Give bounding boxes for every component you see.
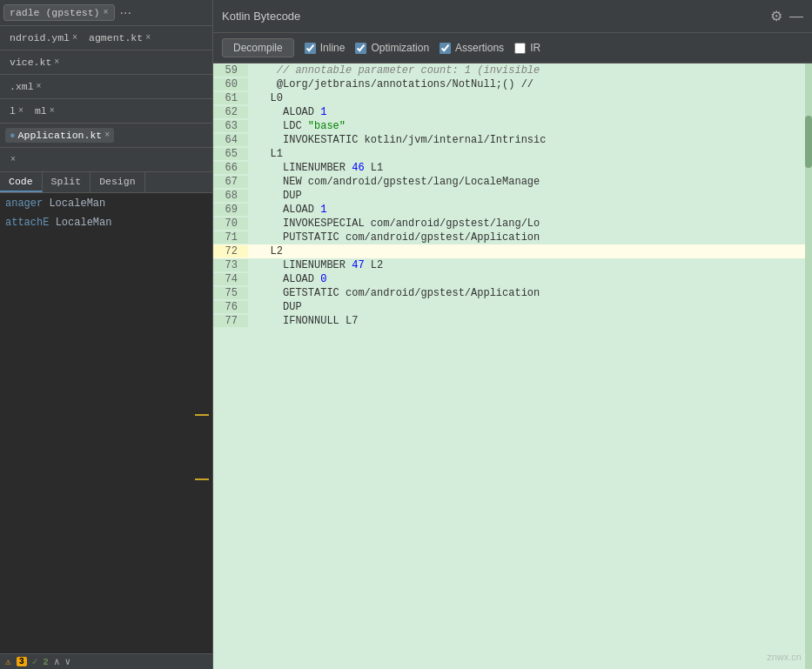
l-tab[interactable]: l ×	[5, 104, 28, 118]
table-row: 71 PUTSTATIC com/android/gpstest/Applica…	[213, 231, 812, 244]
line-number: 63	[213, 120, 248, 132]
table-row: 69 ALOAD 1	[213, 203, 812, 217]
left-editor-line-2: attachE LocaleMan	[0, 216, 212, 230]
header-actions: ⚙ —	[770, 10, 803, 23]
line-number: 73	[213, 259, 248, 271]
line-content: LDC "base"	[248, 119, 812, 133]
line-content: DUP	[248, 189, 812, 203]
file-tab-row-1: ndroid.yml × agment.kt ×	[0, 26, 212, 50]
line-content: L2	[248, 244, 812, 258]
code-tab[interactable]: Code	[0, 172, 43, 192]
indicator-2	[195, 478, 209, 480]
xml-tab[interactable]: .xml ×	[5, 79, 46, 94]
left-panel: radle (gpstest) × ··· ndroid.yml × agmen…	[0, 0, 213, 669]
more-tabs-button[interactable]: ···	[117, 5, 135, 21]
table-row: 63 LDC "base"	[213, 119, 812, 133]
assertions-checkbox[interactable]	[440, 43, 451, 54]
table-row: 72 L2	[213, 244, 812, 258]
table-row: 60 @Lorg/jetbrains/annotations/NotNull;(…	[213, 77, 812, 91]
line-number: 65	[213, 148, 248, 160]
line-content: LINENUMBER 47 L2	[248, 258, 812, 272]
settings-button[interactable]: ⚙	[770, 10, 782, 23]
table-row: 73 LINENUMBER 47 L2	[213, 258, 812, 272]
line-number: 67	[213, 176, 248, 188]
vertical-scrollbar[interactable]	[805, 64, 812, 669]
android-yml-label: ndroid.yml	[10, 32, 70, 43]
xml-close[interactable]: ×	[37, 83, 42, 91]
android-yml-close[interactable]: ×	[72, 34, 77, 43]
line-content: IFNONNULL L7	[248, 314, 812, 328]
watermark: znwx.cn	[767, 652, 802, 662]
warn-count: 3	[17, 657, 27, 666]
line-content: NEW com/android/gpstest/lang/LocaleManag…	[248, 175, 812, 189]
code-lines: 59 // annotable parameter count: 1 (invi…	[213, 64, 812, 328]
ml-close[interactable]: ×	[50, 107, 55, 116]
arrow-down[interactable]: ∨	[65, 656, 71, 667]
line-number: 68	[213, 190, 248, 202]
ir-checkbox[interactable]	[514, 43, 526, 54]
minimize-button[interactable]: —	[789, 10, 803, 23]
design-tab[interactable]: Design	[91, 172, 144, 192]
line-number: 60	[213, 78, 248, 90]
optimization-checkbox-group[interactable]: Optimization	[355, 42, 429, 54]
line-content: DUP	[248, 300, 812, 314]
line-number: 71	[213, 231, 248, 244]
scrollbar-thumb[interactable]	[805, 116, 812, 168]
left-editor-line-1: anager LocaleMan	[0, 197, 212, 211]
inline-checkbox-group[interactable]: Inline	[305, 42, 346, 54]
extra-close[interactable]: ×	[5, 154, 21, 166]
fragment-kt-close[interactable]: ×	[145, 34, 151, 43]
application-kt-tab[interactable]: ● Application.kt ×	[5, 128, 114, 143]
line-content: PUTSTATIC com/android/gpstest/Applicatio…	[248, 231, 812, 244]
fragment-kt-label: agment.kt	[89, 32, 143, 43]
editor-mode-tabs: Code Split Design	[0, 172, 212, 193]
table-row: 61 L0	[213, 91, 812, 105]
application-kt-close[interactable]: ×	[104, 131, 110, 140]
gradle-tab-close[interactable]: ×	[104, 9, 109, 17]
file-tab-row-2: vice.kt ×	[0, 50, 212, 75]
inline-checkbox[interactable]	[305, 43, 316, 54]
assertions-checkbox-group[interactable]: Assertions	[440, 42, 504, 54]
design-tab-label: Design	[99, 176, 135, 187]
ml-tab[interactable]: ml ×	[30, 104, 59, 118]
bytecode-toolbar: Decompile Inline Optimization Assertions…	[213, 33, 812, 64]
table-row: 64 INVOKESTATIC kotlin/jvm/internal/Intr…	[213, 133, 812, 147]
arrow-up[interactable]: ∧	[54, 656, 60, 667]
table-row: 75 GETSTATIC com/android/gpstest/Applica…	[213, 286, 812, 300]
decompile-button[interactable]: Decompile	[222, 38, 294, 57]
line-content: INVOKESPECIAL com/android/gpstest/lang/L…	[248, 217, 812, 231]
table-row: 76 DUP	[213, 300, 812, 314]
right-header: Kotlin Bytecode ⚙ —	[213, 0, 812, 33]
line-number: 74	[213, 273, 248, 285]
optimization-checkbox[interactable]	[355, 43, 366, 54]
vice-kt-tab[interactable]: vice.kt ×	[5, 55, 64, 70]
left-editor: anager LocaleMan attachE LocaleMan	[0, 193, 212, 653]
gradle-tab[interactable]: radle (gpstest) ×	[3, 4, 115, 21]
status-bar: ⚠ 3 ✓ 2 ∧ ∨	[0, 653, 212, 669]
code-area[interactable]: 59 // annotable parameter count: 1 (invi…	[213, 64, 812, 669]
fragment-kt-tab[interactable]: agment.kt ×	[84, 30, 155, 45]
l-close[interactable]: ×	[18, 107, 23, 116]
line-content: @Lorg/jetbrains/annotations/NotNull;() /…	[248, 77, 812, 91]
line-number: 75	[213, 287, 248, 299]
line-number: 69	[213, 204, 248, 216]
table-row: 74 ALOAD 0	[213, 272, 812, 286]
line-content: L0	[248, 91, 812, 105]
application-kt-label: Application.kt	[18, 130, 103, 141]
android-yml-tab[interactable]: ndroid.yml ×	[5, 30, 82, 45]
line-content: ALOAD 0	[248, 272, 812, 286]
table-row: 70 INVOKESPECIAL com/android/gpstest/lan…	[213, 217, 812, 231]
ir-label: IR	[530, 42, 540, 54]
split-tab[interactable]: Split	[43, 172, 91, 192]
table-row: 65 L1	[213, 147, 812, 161]
ir-checkbox-group[interactable]: IR	[514, 42, 540, 54]
line-content: LINENUMBER 46 L1	[248, 161, 812, 175]
line-number: 77	[213, 315, 248, 327]
line-number: 70	[213, 217, 248, 230]
line-content: ALOAD 1	[248, 105, 812, 119]
table-row: 77 IFNONNULL L7	[213, 314, 812, 328]
code-tab-label: Code	[9, 176, 33, 187]
vice-kt-close[interactable]: ×	[54, 58, 59, 67]
line-number: 64	[213, 134, 248, 146]
gradle-tab-label: radle (gpstest)	[10, 7, 100, 18]
